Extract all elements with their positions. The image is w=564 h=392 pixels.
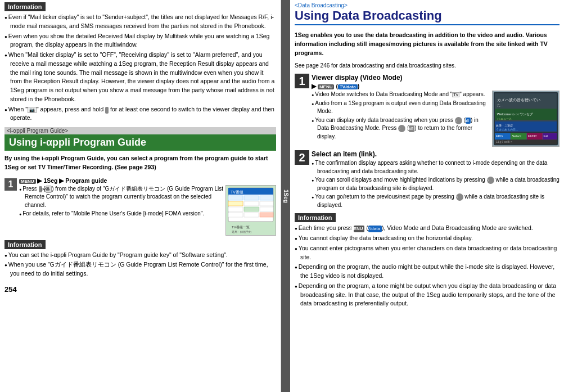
svg-rect-12 [260, 207, 273, 211]
svg-text:カメハ波の音を聴いてい: カメハ波の音を聴いてい [497, 98, 540, 102]
ippli-section-tag: <i-αppli Program Guide> [4, 127, 276, 134]
svg-text:○○ニュース: ○○ニュース [497, 118, 512, 120]
right-col-content: <Data Broadcasting> Using Data Broadcast… [290, 0, 564, 392]
svg-rect-11 [244, 207, 259, 211]
right-info-item-5: Depending on the program, a tone might b… [295, 282, 560, 308]
right-info-item-2: You cannot display the data broadcasting… [295, 234, 560, 243]
info-item-4: When "📷" appears, press and hold ⊙ for a… [4, 105, 276, 123]
right-info-content: Each time you press MENU (TV/data), Vide… [295, 224, 560, 308]
left-step-1: 1 MENU ▶ 1Seg ▶ Program guide Press ◎ (I… [4, 177, 276, 236]
right-step-2-detail-1: The confirmation display appears asking … [312, 159, 560, 175]
ippli-title: Using i-αppli Program Guide [9, 137, 146, 148]
scroll-btn[interactable]: ○ [487, 177, 494, 184]
viewer-image-svg: カメハ波の音を聴いてい た... Welcome to ○○ワンセグ ○○ニュー… [493, 91, 559, 147]
right-step-1-image: カメハ波の音を聴いてい た... Welcome to ○○ワンセグ ○○ニュー… [492, 91, 560, 147]
ippli-title-block: Using i-αppli Program Guide [4, 134, 276, 151]
tv-data-small[interactable]: TV/data [368, 226, 382, 232]
left-step-1-image: TV番組 T [225, 185, 276, 236]
seg-sidebar-tab: 1Seg [281, 0, 290, 392]
right-info-item-4: Depending on the program, the audio migh… [295, 263, 560, 281]
right-step-1-cmd: ▶ MENU (TV/data) [312, 83, 560, 89]
right-step-2-num: 2 [295, 150, 309, 165]
svg-rect-7 [228, 201, 243, 206]
top-info-header: Information [4, 2, 46, 11]
svg-text:TV番組一覧: TV番組一覧 [232, 226, 250, 229]
svg-rect-13 [228, 213, 243, 217]
right-menu-icon[interactable]: MENU [318, 84, 335, 89]
svg-rect-5 [244, 196, 259, 200]
right-step-1-with-img: Video Mode switches to Data Broadcasting… [312, 91, 560, 147]
right-step-1-title: Viewer display (Video Mode) [312, 74, 560, 82]
right-info-box: Information Each time you press MENU (TV… [295, 213, 560, 309]
info-item-2: Even when you show the detailed Received… [4, 32, 276, 50]
hold-key[interactable]: ⊙ [105, 107, 109, 114]
menu-btn-small[interactable]: MENU [354, 226, 365, 232]
right-info-header: Information [295, 213, 336, 222]
right-step-2: 2 Select an item (link). The confirmatio… [295, 150, 560, 210]
right-step-1-detail-1: Video Mode switches to Data Broadcasting… [312, 91, 490, 99]
left-step-1-cmd: MENU ▶ 1Seg ▶ Program guide [19, 177, 276, 184]
right-step-2-detail-3: You can go/return to the previous/next p… [312, 193, 560, 209]
bottom-info-item-1: You can set the i-αppli Program Guide by… [4, 251, 276, 260]
circle-btn-2[interactable]: ○ [398, 125, 405, 132]
svg-text:13は7   cell5   ×: 13は7 cell5 × [496, 141, 512, 144]
left-step-detail-2: For details, refer to "Mobile Phone User… [19, 210, 223, 218]
left-column: Information Even if "Mail ticker display… [0, 0, 281, 392]
right-step-1-detail: Video Mode switches to Data Broadcasting… [312, 91, 490, 147]
data-title-block: Using Data Broadcasting [295, 8, 560, 25]
bottom-info-content: You can set the i-αppli Program Guide by… [4, 251, 276, 278]
program-guide-image: TV番組 T [226, 186, 276, 235]
info-item-1: Even if "Mail ticker display" is set to … [4, 13, 276, 31]
right-step-1-detail-2: Audio from a 1Seg program is output even… [312, 100, 490, 116]
circle-btn-1[interactable]: ○ [455, 117, 462, 124]
left-step-1-content: MENU ▶ 1Seg ▶ Program guide Press ◎ (IV番… [19, 177, 276, 236]
svg-rect-4 [228, 196, 243, 200]
right-step-2-detail-2: You can scroll displays and move highlig… [312, 176, 560, 192]
bottom-info-header: Information [4, 240, 46, 249]
right-info-item-1: Each time you press MENU (TV/data), Vide… [295, 224, 560, 233]
data-tag: <Data Broadcasting> [295, 2, 560, 8]
top-info-box: Information Even if "Mail ticker display… [4, 2, 276, 124]
right-step-2-content: Select an item (link). The confirmation … [312, 150, 560, 210]
menu-icon[interactable]: MENU [19, 179, 36, 184]
bottom-info-box: Information You can set the i-αppli Prog… [4, 240, 276, 280]
left-step-1-detail: Press ◎ (IV番) from the display of "Gガイド番… [19, 185, 223, 236]
svg-text:た...: た... [497, 104, 503, 107]
right-step-2-title: Select an item (link). [312, 150, 560, 158]
svg-text:EPG: EPG [496, 135, 503, 138]
svg-text:Select: Select [512, 135, 521, 138]
svg-rect-9 [260, 201, 273, 206]
top-info-content: Even if "Mail ticker display" is set to … [4, 13, 276, 123]
right-step-2-row: 2 Select an item (link). The confirmatio… [295, 150, 560, 210]
right-step-1: 1 Viewer display (Video Mode) ▶ MENU (TV… [295, 74, 560, 147]
svg-text:選局・録画予約: 選局・録画予約 [232, 230, 251, 233]
left-step-1-num: 1 [4, 178, 17, 191]
svg-rect-8 [244, 201, 259, 206]
svg-text:Full: Full [543, 136, 548, 138]
page-number: 254 [4, 285, 276, 294]
right-step-1-num: 1 [295, 74, 309, 88]
section-tag-left: <i-αppli Program Guide> Using i-αppli Pr… [4, 127, 276, 151]
right-section: 1Seg <Data Broadcasting> Using Data Broa… [281, 0, 564, 392]
svg-rect-10 [228, 207, 243, 211]
svg-text:うまのあもの日...: うまのあもの日... [496, 128, 518, 131]
ippli-intro: By using the i-αppli Program Guide, you … [4, 154, 276, 172]
right-step-1-content: Viewer display (Video Mode) ▶ MENU (TV/d… [312, 74, 560, 147]
left-step-1-details-with-img: Press ◎ (IV番) from the display of "Gガイド番… [19, 185, 276, 236]
svg-text:TV番組: TV番組 [231, 190, 243, 194]
data-broadcasting-header: <Data Broadcasting> Using Data Broadcast… [295, 2, 560, 28]
right-info-item-3: You cannot enter pictograms when you ent… [295, 244, 560, 262]
right-see-page: See page 246 for data broadcasting and d… [295, 62, 560, 69]
svg-rect-15 [260, 213, 273, 217]
svg-text:故障・ご遊ぼ: 故障・ご遊ぼ [496, 124, 513, 127]
tv-data-btn[interactable]: TV/data [338, 84, 358, 89]
left-step-detail-1: Press ◎ (IV番) from the display of "Gガイド番… [19, 185, 223, 210]
svg-rect-14 [244, 213, 259, 217]
iv-btn[interactable]: IV番 [46, 186, 52, 193]
half-btn[interactable]: Half [409, 125, 414, 132]
svg-text:Welcome to ○○ワンセグ: Welcome to ○○ワンセグ [497, 112, 534, 116]
full-btn[interactable]: Full [466, 118, 471, 124]
right-intro: 1Seg enables you to use the data broadca… [295, 31, 560, 57]
page-btn[interactable]: ○ [456, 193, 463, 201]
bottom-info-item-2: When you use "Gガイド番組表リモコン (G Guide Progr… [4, 260, 276, 278]
